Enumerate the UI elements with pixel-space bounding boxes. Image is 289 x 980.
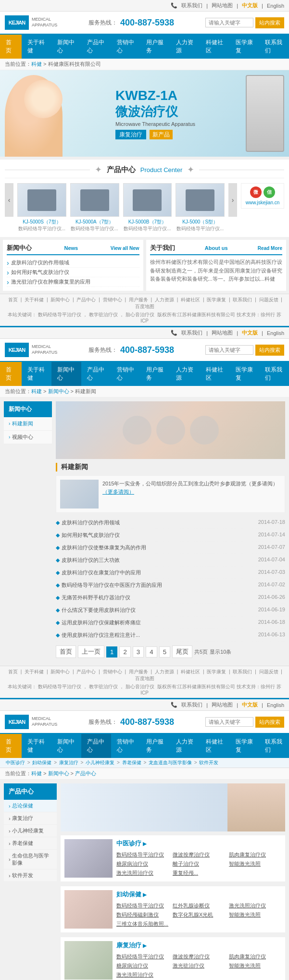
news-item-1[interactable]: › 如何用好氧气皮肤治疗仪 <box>7 268 139 277</box>
cat-link-fuyou-6[interactable]: 三维立体音乐胎教照... <box>116 920 169 928</box>
news-link-1[interactable]: 如何用好氧气皮肤治疗仪 <box>62 532 120 538</box>
nav3-hr[interactable]: 人力资源 <box>170 734 200 758</box>
search-btn1[interactable]: 站内搜索 <box>255 17 284 28</box>
nav2-service[interactable]: 用户服务 <box>140 362 170 386</box>
nav2-about[interactable]: 关于科健 <box>22 362 51 386</box>
product-item-1[interactable]: KJ-5000A（7型） 数码经络导平治疗仪... <box>70 183 119 232</box>
footer2-service[interactable]: 用户服务 <box>129 669 148 674</box>
footer-link-hr1[interactable]: 人力资源 <box>155 297 174 302</box>
nav3-contact[interactable]: 联系我们 <box>259 734 289 758</box>
nav2-news[interactable]: 新闻中心 <box>51 362 81 386</box>
cat-title-zhongyi[interactable]: 中医诊疗 <box>116 839 281 848</box>
nav3-service[interactable]: 用户服务 <box>140 734 170 758</box>
sub-nav-xiaoer[interactable]: 小儿神经康复 <box>86 760 114 765</box>
nav2-products[interactable]: 产品中心 <box>81 362 111 386</box>
cat-link-zhongyi-6[interactable]: 激光洗照治疗仪 <box>116 869 169 877</box>
news-link-6[interactable]: 无痛苦外科野手机疗器治疗仪 <box>62 595 130 600</box>
sub-nav-yanglao[interactable]: 养老保健 <box>122 760 141 765</box>
cat-link-fuyou-3[interactable]: 数码经颅磁刺激仪 <box>116 911 169 919</box>
nav2-medical[interactable]: 医学康复 <box>230 362 260 386</box>
product-item-3[interactable]: KJ-5000（S型） 数码经络导平治疗仪... <box>176 183 225 232</box>
footer2-home[interactable]: 首页 <box>8 669 18 674</box>
sidebar-item-news[interactable]: › 科建新闻 <box>4 417 52 431</box>
news-link-4[interactable]: 皮肤科治疗仪在康复治疗中的应用 <box>62 570 141 575</box>
sitemap-link[interactable]: 网站地图 <box>212 2 233 9</box>
nav3-sales[interactable]: 营销中心 <box>111 734 141 758</box>
page-4[interactable]: 4 <box>146 646 157 657</box>
sidebar3-item-0[interactable]: › 总论保健 <box>4 800 57 812</box>
product-next-btn[interactable]: › <box>228 183 237 217</box>
news-item-2[interactable]: › 激光驻治疗仪在肿瘤康复里的应用 <box>7 277 139 287</box>
lang-en-link2[interactable]: English <box>267 330 284 336</box>
page-prev[interactable]: 上一页 <box>78 645 104 658</box>
nav-home1[interactable]: 首 页 <box>0 35 22 59</box>
footer-link-news1[interactable]: 新闻中心 <box>50 297 70 302</box>
footer-link-medical1[interactable]: 医学康复 <box>207 297 226 302</box>
sidebar3-item-2[interactable]: › 小儿神经康复 <box>4 825 57 837</box>
product-prev-btn[interactable]: ‹ <box>5 183 13 217</box>
cat-title-kangfu[interactable]: 康复治疗 <box>116 941 281 950</box>
breadcrumb2-news[interactable]: 新闻中心 <box>48 388 69 394</box>
cat-link-fuyou-1[interactable]: 红外乳腺诊断仪 <box>173 902 225 910</box>
cat-title-fuyou[interactable]: 妇幼保健 <box>116 890 281 899</box>
cat-link-zhongyi-3[interactable]: 糖尿病治疗仪 <box>116 860 169 868</box>
sidebar3-item-3[interactable]: › 养老保健 <box>4 837 57 850</box>
nav3-products[interactable]: 产品中心 <box>81 734 111 758</box>
footer-link-contact1[interactable]: 联系我们 <box>233 297 252 302</box>
highlight-more-link[interactable]: （更多请阅） <box>102 489 134 495</box>
nav2-sales[interactable]: 营销中心 <box>111 362 141 386</box>
cat-link-zhongyi-4[interactable]: 離子治疗仪 <box>173 860 225 868</box>
nav-service1[interactable]: 用户服务 <box>140 35 170 59</box>
footer-link-feedback1[interactable]: 问题反馈 <box>259 297 278 302</box>
product-item-0[interactable]: KJ-5000S（7型） 数码经络导平治疗仪... <box>17 183 66 232</box>
cat-link-kangfu-0[interactable]: 数码经络导平治疗仪 <box>116 953 169 961</box>
cat-link-zhongyi-0[interactable]: 数码经络导平治疗仪 <box>116 851 169 859</box>
kw-2[interactable]: 教学驻治疗仪 <box>89 312 118 317</box>
lang-en-link[interactable]: English <box>267 3 284 9</box>
footer2-contact[interactable]: 联系我们 <box>233 669 252 674</box>
breadcrumb3-news[interactable]: 新闻中心 <box>48 770 69 776</box>
news-link-5[interactable]: 数码经络导平治疗仪在中医医疗方面的应用 <box>62 582 162 588</box>
footer2-hr[interactable]: 人力资源 <box>155 669 174 674</box>
page-3[interactable]: 3 <box>133 646 144 657</box>
news-link-7[interactable]: 什么情况下要使用皮肤科治疗仪 <box>62 607 136 613</box>
lang-en-link3[interactable]: English <box>267 702 284 708</box>
nav-products1[interactable]: 产品中心 <box>81 35 111 59</box>
search-input3[interactable] <box>205 717 253 727</box>
nav3-news[interactable]: 新闻中心 <box>51 734 81 758</box>
product-item-2[interactable]: KJ-5000B（7型） 数码经络导平治疗仪... <box>123 183 172 232</box>
nav-contact1[interactable]: 联系我们 <box>259 35 289 59</box>
footer2-sales[interactable]: 营销中心 <box>103 669 122 674</box>
breadcrumb3-home[interactable]: 科健 <box>31 770 42 776</box>
search-btn2[interactable]: 站内搜索 <box>255 345 284 356</box>
f2-kw-1[interactable]: 数码经络导平治疗仪 <box>38 684 81 689</box>
cat-link-fuyou-4[interactable]: 数字化乳腺X光机 <box>173 911 225 919</box>
nav-news1[interactable]: 新闻中心 <box>51 35 81 59</box>
cat-link-kangfu-4[interactable]: 激光驻治疗仪 <box>173 962 225 970</box>
news-link-9[interactable]: 使用皮肤科治疗仪注意程注意计... <box>62 632 140 638</box>
contact-link[interactable]: 联系我们 <box>181 2 202 9</box>
nav3-home[interactable]: 首 页 <box>0 734 22 758</box>
nav-community1[interactable]: 科健社区 <box>200 35 230 59</box>
breadcrumb2-home[interactable]: 科建 <box>31 388 42 394</box>
page-first[interactable]: 首页 <box>56 645 76 658</box>
sub-nav-kangfu[interactable]: 康复治疗 <box>59 760 78 765</box>
sitemap-link3[interactable]: 网站地图 <box>212 701 233 708</box>
sidebar3-item-4[interactable]: › 生命信息与医学影像 <box>4 850 57 869</box>
nav-hr1[interactable]: 人力资源 <box>170 35 200 59</box>
footer-link-home1[interactable]: 首页 <box>8 297 18 302</box>
sub-nav-zhongyi[interactable]: 中医诊疗 <box>6 760 25 765</box>
nav3-medical[interactable]: 医学康复 <box>230 734 260 758</box>
footer-link-sales1[interactable]: 营销中心 <box>103 297 122 302</box>
footer-link-service1[interactable]: 用户服务 <box>129 297 148 302</box>
search-input1[interactable] <box>205 18 253 27</box>
news-view-all[interactable]: View all New <box>111 246 139 251</box>
news-item-0[interactable]: › 皮肤科治疗仪的作用领域 <box>7 258 139 268</box>
page-2[interactable]: 2 <box>119 646 130 657</box>
cat-link-zhongyi-2[interactable]: 肌肉康复治疗仪 <box>229 851 281 859</box>
footer-link-about1[interactable]: 关于科健 <box>25 297 44 302</box>
nav3-about[interactable]: 关于科健 <box>22 734 51 758</box>
nav3-community[interactable]: 科健社区 <box>200 734 230 758</box>
cat-link-fuyou-2[interactable]: 激光洗照治疗仪 <box>229 902 281 910</box>
search-input2[interactable] <box>205 345 253 355</box>
